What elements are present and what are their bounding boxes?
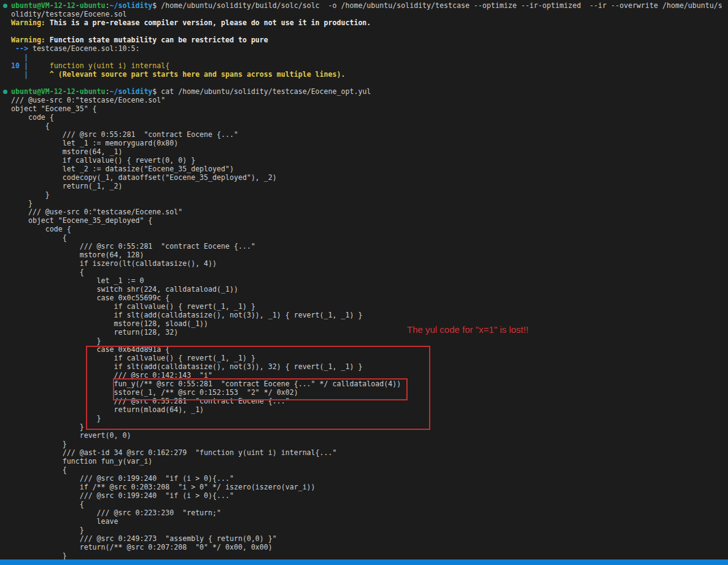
terminal-line bbox=[0, 79, 728, 87]
terminal-line: if iszero(lt(calldatasize(), 4)) bbox=[0, 259, 728, 268]
terminal-line: switch shr(224, calldataload(_1)) bbox=[0, 285, 728, 294]
terminal-line: { bbox=[0, 122, 728, 130]
text-segment: if callvalue() { revert(_1, _1) } bbox=[11, 302, 255, 311]
text-segment: { bbox=[11, 466, 67, 474]
text-segment: sstore(_1, /** @src 0:152:153 "2" */ 0x0… bbox=[11, 388, 298, 397]
text-segment: This is a pre-release compiler version, … bbox=[45, 18, 371, 27]
text-segment: { bbox=[11, 500, 84, 508]
text-segment: Function state mutability can be restric… bbox=[45, 36, 268, 44]
terminal-output[interactable]: ubuntu@VM-12-12-ubuntu:~/solidity$ /home… bbox=[0, 0, 728, 561]
terminal-line bbox=[0, 27, 728, 36]
text-segment: | bbox=[11, 70, 33, 79]
text-segment: } bbox=[11, 414, 101, 423]
text-segment: mstore(128, sload(_1)) bbox=[11, 319, 208, 328]
text-segment: return(128, 32) bbox=[11, 328, 178, 337]
text-segment: case 0x0c55699c { bbox=[11, 294, 169, 302]
text-segment: code { bbox=[11, 113, 54, 122]
text-segment: object "Eocene_35" { bbox=[11, 104, 97, 113]
text-segment: /// @src 0:55:281 "contract Eocene {..." bbox=[11, 130, 238, 139]
terminal-line: } bbox=[0, 190, 728, 199]
terminal-line: let _1 := 0 bbox=[0, 276, 728, 285]
text-segment: if iszero(lt(calldatasize(), 4)) bbox=[11, 259, 217, 268]
text-segment: /// @src 0:142:143 "i" bbox=[11, 371, 212, 380]
text-segment: if callvalue() { revert(0, 0) } bbox=[11, 156, 195, 165]
terminal-line: /// @src 0:223:230 "return;" bbox=[0, 508, 728, 517]
terminal-line: case 0x0c55699c { bbox=[0, 294, 728, 302]
terminal-line: sstore(_1, /** @src 0:152:153 "2" */ 0x0… bbox=[0, 388, 728, 397]
terminal-line: } bbox=[0, 414, 728, 423]
terminal-line: | ^ (Relevant source part starts here an… bbox=[0, 70, 728, 79]
terminal-line: } bbox=[0, 440, 728, 448]
text-segment: Warning: bbox=[11, 36, 45, 44]
text-segment: } bbox=[11, 423, 84, 431]
text-segment: /// @src 0:199:240 "if (i > 0){..." bbox=[11, 491, 234, 500]
terminal-line: return(mload(64), _1) bbox=[0, 405, 728, 414]
terminal-line: Warning: This is a pre-release compiler … bbox=[0, 18, 728, 27]
text-segment: cat /home/ubuntu/solidity/testcase/Eocen… bbox=[161, 87, 371, 96]
text-segment: let _1 := memoryguard(0x80) bbox=[11, 139, 178, 147]
terminal-line: } bbox=[0, 199, 728, 208]
terminal-line: { bbox=[0, 233, 728, 242]
terminal-line: /// @src 0:55:281 "contract Eocene {..." bbox=[0, 130, 728, 139]
terminal-line: { bbox=[0, 500, 728, 508]
text-segment: revert(0, 0) bbox=[11, 431, 131, 440]
terminal-line: return(128, 32) bbox=[0, 328, 728, 337]
prompt-dot-icon bbox=[3, 4, 7, 8]
text-segment: /// @src 0:249:273 "assembly { return(0,… bbox=[11, 534, 277, 543]
text-segment: fun_y(/** @src 0:55:281 "contract Eocene… bbox=[11, 380, 401, 388]
terminal-line: | bbox=[0, 53, 728, 61]
text-segment: $ bbox=[152, 87, 161, 96]
text-segment: testcase/Eocene.sol:10:5: bbox=[33, 44, 140, 53]
text-segment: if callvalue() { revert(_1, _1) } bbox=[11, 354, 255, 362]
terminal-line: --> testcase/Eocene.sol:10:5: bbox=[0, 44, 728, 53]
terminal-line: /// @src 0:55:281 "contract Eocene {..." bbox=[0, 242, 728, 251]
text-segment: switch shr(224, calldataload(_1)) bbox=[11, 285, 238, 294]
text-segment: if slt(add(calldatasize(), not(3)), _1) … bbox=[11, 311, 362, 319]
text-segment: function fun_y(var_i) bbox=[11, 457, 152, 466]
terminal-line: mstore(64, _1) bbox=[0, 147, 728, 156]
text-segment: /// @src 0:55:281 "contract Eocene {..." bbox=[11, 397, 290, 405]
terminal-line: revert(0, 0) bbox=[0, 431, 728, 440]
text-segment: let _1 := 0 bbox=[11, 276, 144, 285]
text-segment: /// @use-src 0:"testcase/Eocene.sol" bbox=[11, 208, 182, 216]
terminal-line: let _1 := memoryguard(0x80) bbox=[0, 139, 728, 147]
text-segment: $ bbox=[152, 1, 161, 10]
terminal-line: 10 | function y(uint i) internal{ bbox=[0, 61, 728, 70]
text-segment: : bbox=[106, 87, 110, 96]
text-segment: let _2 := datasize("Eocene_35_deployed") bbox=[11, 165, 234, 173]
terminal-line: mstore(128, sload(_1)) bbox=[0, 319, 728, 328]
terminal-line: if slt(add(calldatasize(), not(3)), _1) … bbox=[0, 311, 728, 319]
text-segment: } bbox=[11, 190, 50, 199]
terminal-line: object "Eocene_35" { bbox=[0, 104, 728, 113]
text-segment: --> bbox=[11, 44, 33, 53]
terminal-line: code { bbox=[0, 225, 728, 233]
text-segment: return(_1, _2) bbox=[11, 182, 122, 190]
terminal-line: if callvalue() { revert(_1, _1) } bbox=[0, 302, 728, 311]
text-segment: /// @use-src 0:"testcase/Eocene.sol" bbox=[11, 96, 165, 104]
text-segment: Warning: bbox=[11, 18, 45, 27]
text-segment: object "Eocene_35_deployed" { bbox=[11, 216, 152, 225]
terminal-line: leave bbox=[0, 517, 728, 526]
text-segment: } bbox=[11, 526, 84, 534]
text-segment: /// @ast-id 34 @src 0:162:279 "function … bbox=[11, 448, 336, 457]
terminal-line: } bbox=[0, 337, 728, 345]
terminal-line: mstore(64, 128) bbox=[0, 251, 728, 259]
terminal-line: /// @src 0:199:240 "if (i > 0){..." bbox=[0, 474, 728, 483]
text-segment: | bbox=[11, 53, 28, 61]
terminal-line: return(_1, _2) bbox=[0, 182, 728, 190]
terminal-line: /// @use-src 0:"testcase/Eocene.sol" bbox=[0, 208, 728, 216]
text-segment: } bbox=[11, 440, 67, 448]
text-segment: ~/solidity bbox=[110, 1, 153, 10]
terminal-line: olidity/testcase/Eocene.sol bbox=[0, 10, 728, 18]
terminal-line: return(/** @src 0:207:208 "0" */ 0x00, 0… bbox=[0, 543, 728, 551]
text-segment: /// @src 0:223:230 "return;" bbox=[11, 508, 221, 517]
terminal-line: } bbox=[0, 423, 728, 431]
terminal-line: /// @ast-id 34 @src 0:162:279 "function … bbox=[0, 448, 728, 457]
terminal-line: /// @src 0:55:281 "contract Eocene {..." bbox=[0, 397, 728, 405]
text-segment: code { bbox=[11, 225, 71, 233]
terminal-line: if slt(add(calldatasize(), not(3)), 32) … bbox=[0, 362, 728, 371]
terminal-line: } bbox=[0, 551, 728, 560]
text-segment: function y(uint i) internal{ bbox=[33, 61, 169, 70]
taskbar-strip bbox=[0, 559, 728, 565]
text-segment: leave bbox=[11, 517, 118, 526]
